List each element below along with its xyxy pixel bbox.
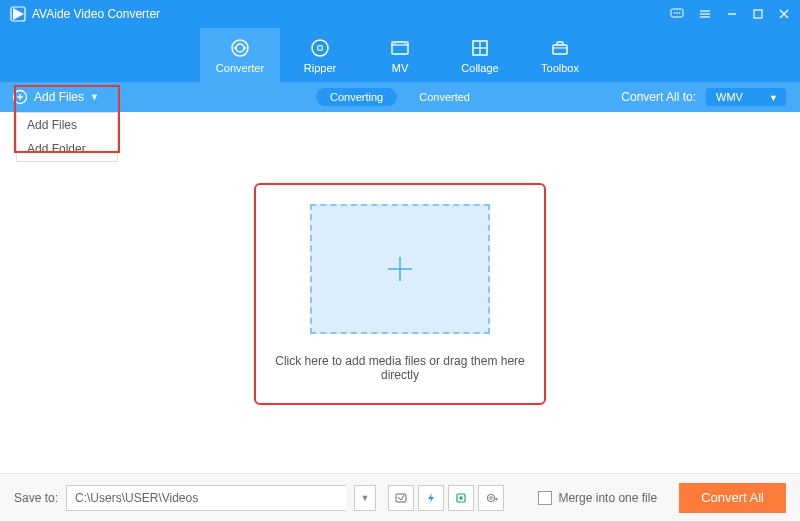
collage-icon	[469, 37, 491, 59]
svg-text:▾: ▾	[495, 496, 498, 502]
close-button[interactable]	[778, 8, 790, 20]
output-format-select[interactable]: WMV ▼	[706, 88, 786, 106]
svg-rect-35	[460, 496, 463, 499]
open-folder-button[interactable]	[388, 485, 414, 511]
menu-item-add-folder[interactable]: Add Folder	[17, 137, 117, 161]
plus-icon	[380, 249, 420, 289]
add-files-label: Add Files	[34, 90, 84, 104]
folder-icon	[394, 491, 408, 505]
nav-converter[interactable]: Converter	[200, 28, 280, 82]
toolbox-icon	[549, 37, 571, 59]
svg-point-37	[490, 496, 493, 499]
chip-icon	[454, 491, 468, 505]
svg-point-16	[312, 40, 328, 56]
svg-marker-0	[13, 8, 24, 20]
gear-icon: ▾	[484, 491, 498, 505]
main-area: Click here to add media files or drag th…	[0, 112, 800, 473]
nav-label: Converter	[216, 62, 264, 74]
svg-rect-10	[754, 10, 762, 18]
settings-button[interactable]: ▾	[478, 485, 504, 511]
svg-point-4	[676, 12, 678, 14]
app-logo-icon	[10, 6, 26, 22]
save-path-input[interactable]: C:\Users\USER\Videos	[66, 485, 346, 511]
drop-zone-text: Click here to add media files or drag th…	[264, 354, 536, 382]
title-bar: AVAide Video Converter	[0, 0, 800, 28]
menu-item-add-files[interactable]: Add Files	[17, 113, 117, 137]
nav-label: Toolbox	[541, 62, 579, 74]
sub-toolbar: Add Files ▼ Converting Converted Convert…	[0, 82, 800, 112]
gpu-button[interactable]	[448, 485, 474, 511]
svg-point-3	[674, 12, 676, 14]
checkbox-icon	[538, 491, 552, 505]
minimize-button[interactable]	[726, 8, 738, 20]
nav-mv[interactable]: MV	[360, 28, 440, 82]
svg-marker-15	[234, 46, 237, 50]
caret-down-icon: ▼	[90, 92, 99, 102]
merge-label: Merge into one file	[558, 491, 657, 505]
maximize-button[interactable]	[752, 8, 764, 20]
nav-ripper[interactable]: Ripper	[280, 28, 360, 82]
svg-point-5	[679, 12, 681, 14]
caret-down-icon: ▼	[769, 93, 778, 103]
convert-all-button[interactable]: Convert All	[679, 483, 786, 513]
add-files-dropdown: Add Files Add Folder	[16, 112, 118, 162]
merge-checkbox[interactable]: Merge into one file	[538, 491, 657, 505]
convert-all-to-label: Convert All to:	[621, 90, 696, 104]
svg-point-17	[318, 45, 323, 50]
svg-rect-25	[553, 45, 567, 54]
nav-label: Collage	[461, 62, 498, 74]
nav-toolbox[interactable]: Toolbox	[520, 28, 600, 82]
svg-point-20	[394, 42, 395, 43]
high-speed-button[interactable]	[418, 485, 444, 511]
save-path-dropdown[interactable]: ▼	[354, 485, 376, 511]
converter-icon	[229, 37, 251, 59]
format-value: WMV	[716, 91, 743, 103]
mv-icon	[389, 37, 411, 59]
drop-zone[interactable]	[310, 204, 490, 334]
nav-label: MV	[392, 62, 409, 74]
add-files-button[interactable]: Add Files ▼	[0, 82, 111, 112]
svg-point-21	[404, 42, 405, 43]
nav-collage[interactable]: Collage	[440, 28, 520, 82]
main-nav: Converter Ripper MV Collage Toolbox	[0, 28, 800, 82]
save-to-label: Save to:	[14, 491, 58, 505]
nav-label: Ripper	[304, 62, 336, 74]
tab-converted[interactable]: Converted	[405, 88, 484, 106]
app-title: AVAide Video Converter	[32, 7, 670, 21]
menu-icon[interactable]	[698, 7, 712, 21]
svg-point-36	[488, 494, 495, 501]
feedback-icon[interactable]	[670, 7, 684, 21]
lightning-icon	[424, 491, 438, 505]
tab-converting[interactable]: Converting	[316, 88, 397, 106]
svg-rect-32	[396, 494, 406, 502]
ripper-icon	[309, 37, 331, 59]
plus-circle-icon	[12, 89, 28, 105]
svg-marker-33	[428, 493, 434, 503]
footer-bar: Save to: C:\Users\USER\Videos ▼ ▾ Merge …	[0, 473, 800, 521]
